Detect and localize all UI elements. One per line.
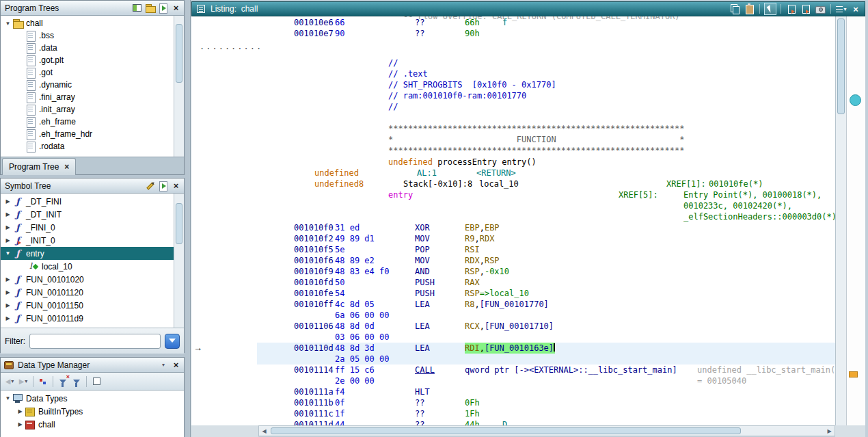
- listing-field[interactable]: 0010233c, 00102420(*),: [683, 200, 792, 211]
- tree-item--rodata[interactable]: .rodata: [1, 140, 174, 153]
- program-tree-scrollbar[interactable]: [174, 16, 184, 158]
- listing-field[interactable]: AND: [415, 266, 430, 277]
- listing-field[interactable]: MOV: [415, 255, 430, 266]
- tree-item-chall[interactable]: ▼chall: [1, 17, 174, 29]
- listing-line[interactable]: 03 06 00 00: [191, 332, 835, 343]
- preview-window-button[interactable]: [90, 375, 103, 388]
- listing-field[interactable]: 1f: [335, 408, 344, 419]
- listing-field[interactable]: XOR: [415, 222, 430, 233]
- tree-item--dt-fini[interactable]: ▶ƒ_DT_FINI: [1, 195, 174, 208]
- tab-program-tree[interactable]: Program Tree ×: [2, 158, 76, 175]
- expander-icon[interactable]: ▼: [3, 395, 12, 401]
- tree-item-fun-00101020[interactable]: ▶ƒFUN_00101020: [1, 273, 174, 286]
- listing-field[interactable]: 1Fh: [465, 408, 480, 419]
- listing-field[interactable]: undefined processEntry entry(): [388, 157, 537, 168]
- listing-field[interactable]: AL:1: [417, 168, 437, 178]
- listing-field[interactable]: RSP,-0x10: [465, 266, 509, 277]
- listing-line[interactable]: entryXREF[5]:Entry Point(*), 00100018(*)…: [191, 189, 835, 200]
- listing-field[interactable]: 2e 00 00: [335, 375, 375, 386]
- listing-field[interactable]: D: [502, 419, 507, 425]
- listing-field[interactable]: ??: [415, 397, 424, 408]
- listing-field[interactable]: CALL: [415, 365, 435, 375]
- listing-line[interactable]: undefined processEntry entry(): [191, 157, 835, 168]
- listing-field[interactable]: 0Fh: [465, 397, 480, 408]
- listing-line[interactable]: 001010fe54PUSHRSP=>local_10: [191, 288, 835, 299]
- listing-line[interactable]: 0010111b0f??0Fh: [191, 397, 835, 408]
- listing-line[interactable]: undefinedAL:1<RETURN>: [191, 168, 835, 178]
- tree-item-chall[interactable]: ▶chall: [1, 418, 184, 431]
- listing-field[interactable]: ??: [415, 28, 424, 39]
- listing-line[interactable]: 2a 05 00 00: [191, 354, 835, 365]
- listing-field[interactable]: 0010111d: [294, 419, 334, 425]
- listing-field[interactable]: //: [388, 57, 398, 68]
- tree-item--got-plt[interactable]: .got.plt: [1, 54, 174, 66]
- expander-icon[interactable]: ▶: [3, 276, 12, 282]
- symbol-tree-scrollbar[interactable]: [174, 194, 184, 328]
- listing-field[interactable]: //: [388, 101, 398, 112]
- listing-field[interactable]: HLT: [415, 386, 430, 397]
- scrollbar-thumb[interactable]: [176, 203, 182, 244]
- listing-field[interactable]: f: [502, 17, 507, 28]
- close-button[interactable]: ×: [170, 2, 182, 14]
- expander-icon[interactable]: ▶: [3, 198, 12, 204]
- listing-field[interactable]: 00101114: [294, 365, 334, 375]
- copy-button[interactable]: [729, 3, 741, 15]
- listing-field[interactable]: 5e: [335, 244, 344, 255]
- listing-field[interactable]: RSP=>local_10: [465, 288, 529, 299]
- scrollbar-thumb[interactable]: [176, 24, 182, 83]
- listing-field[interactable]: 001010e6: [294, 17, 334, 28]
- listing-field[interactable]: 001010fd: [294, 277, 334, 288]
- listing-field[interactable]: undefined __libc_start_main(): [697, 365, 835, 375]
- filter-button[interactable]: [70, 375, 83, 388]
- listing-field[interactable]: RDX,RSP: [465, 255, 500, 266]
- export-icon[interactable]: [157, 2, 169, 14]
- listing-field[interactable]: 0010111b: [294, 397, 334, 408]
- expander-icon[interactable]: ▶: [16, 408, 25, 414]
- clear-filter-button[interactable]: ×: [57, 375, 69, 388]
- listing-line[interactable]: //: [191, 101, 835, 112]
- overview-view-marker[interactable]: [850, 94, 861, 106]
- expander-icon[interactable]: ▶: [3, 289, 12, 295]
- listing-line[interactable]: 0010110d48 8d 3dLEARDI,[FUN_0010163e]: [191, 343, 835, 354]
- expander-icon[interactable]: ▶: [3, 302, 12, 308]
- listing-field[interactable]: ff 15 c6: [335, 365, 375, 375]
- tree-item--dt-init[interactable]: ▶ƒ_DT_INIT: [1, 208, 174, 221]
- filter-options-button[interactable]: [165, 334, 180, 349]
- listing-field[interactable]: 00101106: [294, 321, 334, 332]
- listing-field[interactable]: PUSH: [415, 288, 435, 299]
- close-button[interactable]: ×: [170, 359, 182, 371]
- listing-field[interactable]: R9,RDX: [465, 233, 494, 244]
- listing-field[interactable]: 001010e7: [294, 28, 334, 39]
- listing-field[interactable]: _elfSectionHeaders::000003d0(*): [683, 211, 835, 222]
- listing-line[interactable]: 00101114ff 15 c6CALLqword ptr [-><EXTERN…: [191, 365, 835, 375]
- listing-field[interactable]: 03 06 00 00: [335, 332, 389, 343]
- listing-field[interactable]: <RETURN>: [476, 168, 516, 178]
- tree-item--eh-frame[interactable]: .eh_frame: [1, 116, 174, 128]
- listing-field[interactable]: 001010ff: [294, 299, 334, 310]
- snapshot-button[interactable]: [814, 3, 826, 15]
- listing-field[interactable]: 001010fe: [294, 288, 334, 299]
- listing-field[interactable]: 6a 06 00 00: [335, 310, 389, 321]
- listing-field[interactable]: XREF[5]:: [619, 189, 658, 200]
- listing-field[interactable]: 66: [335, 17, 344, 28]
- listing-field[interactable]: ??: [415, 408, 424, 419]
- listing-line[interactable]: undefined8Stack[-0x10]:8local_10XREF[1]:…: [191, 178, 835, 189]
- listing-field[interactable]: LEA: [415, 343, 430, 354]
- listing-field[interactable]: * FUNCTION *: [388, 134, 684, 145]
- expander-icon[interactable]: ▶: [16, 421, 25, 427]
- expander-icon[interactable]: ▶: [3, 237, 12, 243]
- scroll-left-icon[interactable]: ◀: [259, 427, 269, 435]
- scrollbar-thumb[interactable]: [271, 427, 741, 434]
- edit-fields-button[interactable]: [785, 3, 798, 15]
- tree-item--bss[interactable]: .bss: [1, 29, 174, 42]
- diff-view-button[interactable]: [800, 3, 812, 15]
- tree-item--data[interactable]: .data: [1, 42, 174, 54]
- tree-item-local-10[interactable]: llocal_10: [1, 260, 174, 273]
- overview-cursor-marker[interactable]: [849, 371, 858, 378]
- listing-line[interactable]: ****************************************…: [191, 123, 835, 134]
- tree-item--dynamic[interactable]: .dynamic: [1, 79, 174, 91]
- listing-field[interactable]: 44h: [465, 419, 480, 425]
- listing-line[interactable]: 001010f55ePOPRSI: [191, 244, 835, 255]
- back-button[interactable]: ◀▾: [3, 375, 16, 388]
- listing-field[interactable]: MOV: [415, 233, 430, 244]
